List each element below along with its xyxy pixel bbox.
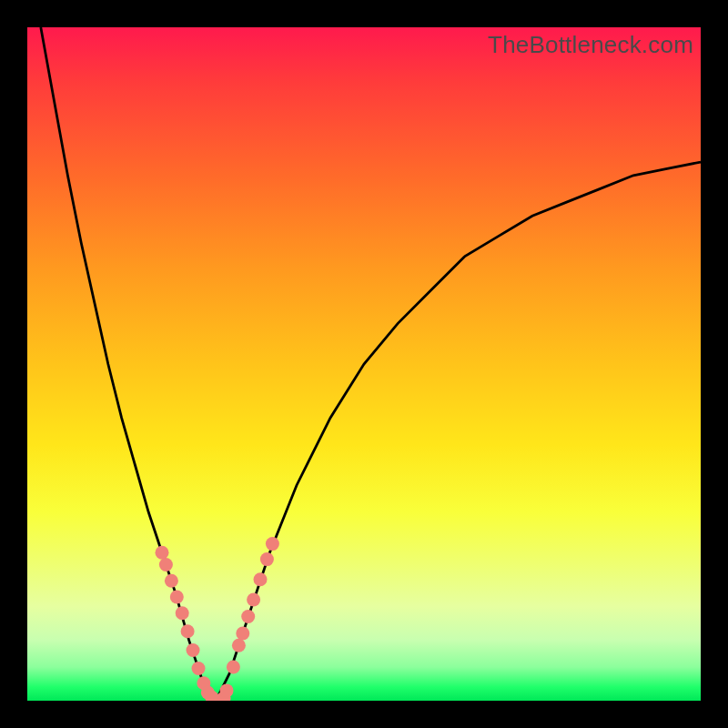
chart-svg [27,27,701,701]
markers-group [156,537,279,701]
data-point [187,643,200,657]
chart-frame: TheBottleneck.com [27,27,701,701]
data-point [260,552,274,566]
data-point [159,558,173,571]
curve-right-branch [216,162,701,701]
data-point [220,683,234,697]
data-point [192,662,206,675]
data-point [227,661,240,674]
curve-left-branch [41,27,216,701]
data-point [236,627,249,641]
data-point [181,624,195,638]
data-point [254,572,268,586]
data-point [232,639,246,652]
data-point [170,591,184,604]
data-point [241,610,255,623]
data-point [247,593,260,607]
data-point [176,606,189,620]
data-point [165,574,178,588]
watermark-text: TheBottleneck.com [488,31,693,59]
curves-group [41,27,701,701]
data-point [156,546,169,560]
data-point [266,537,279,551]
